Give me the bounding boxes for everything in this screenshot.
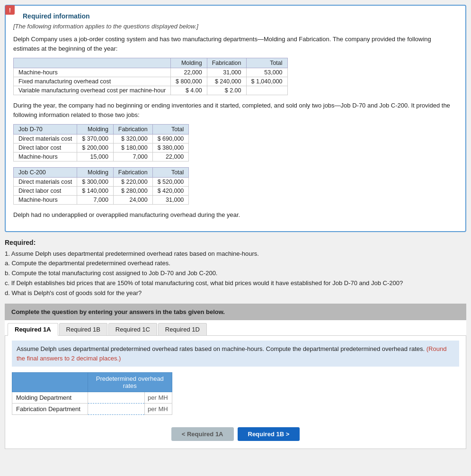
table-cell: $ 2.00 bbox=[207, 86, 246, 95]
required-item: b. Compute the total manufacturing cost … bbox=[5, 269, 466, 278]
table-cell: 22,000 bbox=[171, 68, 207, 77]
table-cell: 7,000 bbox=[77, 196, 114, 205]
info-box: ! Required information [The following in… bbox=[5, 5, 466, 232]
table-cell: $ 220,000 bbox=[113, 178, 152, 187]
answer-th-label bbox=[12, 373, 88, 392]
answer-row-label: Molding Department bbox=[12, 392, 88, 404]
table-cell: Direct labor cost bbox=[14, 144, 77, 153]
table-cell: 24,000 bbox=[113, 196, 152, 205]
table-cell: $ 200,000 bbox=[77, 144, 114, 153]
d70-col-label: Job D-70 bbox=[14, 125, 77, 135]
tab-required-1c[interactable]: Required 1C bbox=[108, 323, 157, 335]
answer-row-label: Fabrication Department bbox=[12, 404, 88, 415]
table-cell: $ 240,000 bbox=[207, 77, 246, 86]
estimates-col-fabrication: Fabrication bbox=[207, 58, 246, 68]
tab-required-1a[interactable]: Required 1A bbox=[8, 323, 58, 336]
unit-label: per MH bbox=[145, 392, 172, 404]
info-title: Required information bbox=[23, 12, 458, 20]
table-cell: $ 690,000 bbox=[152, 135, 189, 144]
c200-col-label: Job C-200 bbox=[14, 168, 77, 178]
table-cell bbox=[246, 86, 287, 95]
table-cell: $ 180,000 bbox=[113, 144, 152, 153]
d70-col-molding: Molding bbox=[77, 125, 114, 135]
table-cell: 31,000 bbox=[152, 196, 189, 205]
table-cell: $ 420,000 bbox=[152, 187, 189, 196]
required-item: d. What is Delph's cost of goods sold fo… bbox=[5, 288, 466, 298]
info-icon: ! bbox=[5, 5, 15, 15]
table-cell: Direct materials cost bbox=[14, 178, 77, 187]
table-cell: $ 280,000 bbox=[113, 187, 152, 196]
answer-table: Predetermined overheadrates Molding Depa… bbox=[12, 372, 172, 415]
table-cell: Variable manufacturing overhead cost per… bbox=[14, 86, 171, 95]
next-button[interactable]: Required 1B > bbox=[238, 427, 300, 441]
c200-col-molding: Molding bbox=[77, 168, 114, 178]
nav-buttons: < Required 1A Required 1B > bbox=[12, 422, 459, 444]
table-cell: $ 1,040,000 bbox=[246, 77, 287, 86]
d70-col-fabrication: Fabrication bbox=[113, 125, 152, 135]
table-cell: 22,000 bbox=[152, 153, 189, 162]
required-text: 1. Assume Delph uses departmental predet… bbox=[5, 249, 466, 298]
table-cell: Machine-hours bbox=[14, 196, 77, 205]
tab-required-1d[interactable]: Required 1D bbox=[158, 323, 207, 335]
complete-box-text: Complete the question by entering your a… bbox=[11, 308, 225, 315]
mid-text: During the year, the company had no begi… bbox=[13, 101, 458, 119]
predetermined-overhead-rate-input[interactable] bbox=[88, 404, 145, 415]
table-cell: $ 380,000 bbox=[152, 144, 189, 153]
c200-col-total: Total bbox=[152, 168, 189, 178]
table-cell: Fixed manufacturing overhead cost bbox=[14, 77, 171, 86]
tab-1a-content: Assume Delph uses departmental predeterm… bbox=[5, 336, 466, 449]
estimates-table: Molding Fabrication Total Machine-hours2… bbox=[13, 58, 288, 95]
required-item: 1. Assume Delph uses departmental predet… bbox=[5, 249, 466, 259]
estimates-col-label bbox=[14, 58, 171, 68]
d70-col-total: Total bbox=[152, 125, 189, 135]
job-c200-table: Job C-200 Molding Fabrication Total Dire… bbox=[13, 167, 189, 205]
tab-1a-description: Assume Delph uses departmental predeterm… bbox=[12, 341, 459, 367]
table-cell: $ 800,000 bbox=[171, 77, 207, 86]
table-cell: Direct labor cost bbox=[14, 187, 77, 196]
required-title: Required: bbox=[5, 239, 466, 246]
required-section: Required: 1. Assume Delph uses departmen… bbox=[5, 239, 466, 298]
prev-button[interactable]: < Required 1A bbox=[171, 427, 234, 441]
tabs-row: Required 1ARequired 1BRequired 1CRequire… bbox=[5, 320, 466, 336]
table-cell: 53,000 bbox=[246, 68, 287, 77]
footer-text: Delph had no underapplied or overapplied… bbox=[13, 210, 458, 220]
rate-input-field[interactable] bbox=[92, 394, 134, 401]
estimates-col-molding: Molding bbox=[171, 58, 207, 68]
table-cell: 31,000 bbox=[207, 68, 246, 77]
job-d70-table: Job D-70 Molding Fabrication Total Direc… bbox=[13, 124, 189, 162]
estimates-col-total: Total bbox=[246, 58, 287, 68]
table-cell: 7,000 bbox=[113, 153, 152, 162]
page-wrapper: ! Required information [The following in… bbox=[5, 5, 466, 449]
complete-box: Complete the question by entering your a… bbox=[5, 304, 466, 320]
predetermined-overhead-rate-input[interactable] bbox=[88, 392, 145, 404]
table-cell: $ 320,000 bbox=[113, 135, 152, 144]
table-cell: 15,000 bbox=[77, 153, 114, 162]
tab-description-text: Assume Delph uses departmental predeterm… bbox=[17, 345, 427, 352]
table-cell: $ 520,000 bbox=[152, 178, 189, 187]
table-cell: $ 370,000 bbox=[77, 135, 114, 144]
unit-label: per MH bbox=[145, 404, 172, 415]
table-cell: $ 140,000 bbox=[77, 187, 114, 196]
required-item: a. Compute the departmental predetermine… bbox=[5, 259, 466, 269]
table-cell: Machine-hours bbox=[14, 153, 77, 162]
table-cell: Machine-hours bbox=[14, 68, 171, 77]
tab-content-area: Assume Delph uses departmental predeterm… bbox=[5, 336, 466, 449]
table-cell: Direct materials cost bbox=[14, 135, 77, 144]
answer-th-rates: Predetermined overheadrates bbox=[88, 373, 172, 392]
tabs-wrapper: Required 1ARequired 1BRequired 1CRequire… bbox=[5, 320, 466, 449]
info-subtitle: [The following information applies to th… bbox=[13, 23, 458, 30]
c200-col-fabrication: Fabrication bbox=[113, 168, 152, 178]
info-intro: Delph Company uses a job-order costing s… bbox=[13, 35, 458, 53]
required-item: c. If Delph establishes bid prices that … bbox=[5, 278, 466, 288]
table-cell: $ 4.00 bbox=[171, 86, 207, 95]
table-cell: $ 300,000 bbox=[77, 178, 114, 187]
rate-input-field[interactable] bbox=[92, 405, 134, 413]
tab-required-1b[interactable]: Required 1B bbox=[59, 323, 107, 335]
